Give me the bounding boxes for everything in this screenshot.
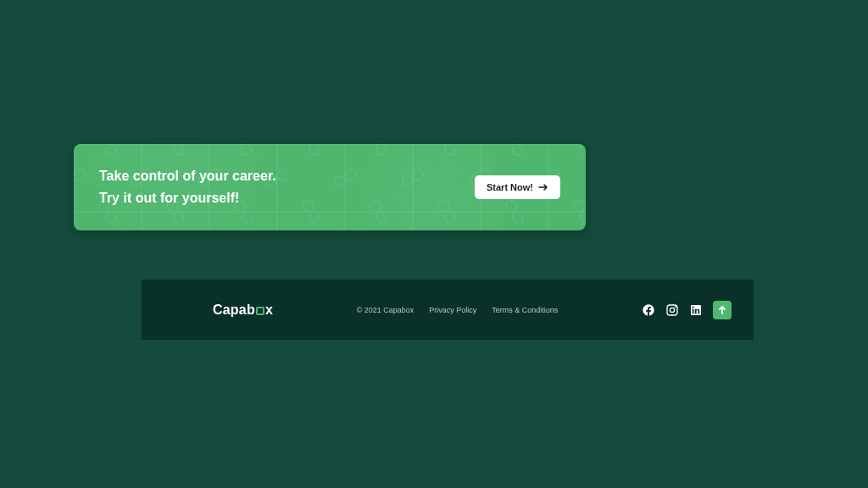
cta-headline-line1: Take control of your career.	[99, 165, 276, 187]
logo[interactable]: Capab x	[213, 302, 273, 318]
arrow-up-icon	[717, 305, 727, 315]
svg-point-2	[670, 308, 674, 312]
privacy-link[interactable]: Privacy Policy	[429, 306, 476, 314]
logo-box-icon	[256, 307, 264, 315]
cta-banner: Take control of your career. Try it out …	[74, 144, 586, 230]
logo-suffix: x	[265, 302, 273, 318]
terms-link[interactable]: Terms & Conditions	[492, 306, 558, 314]
arrow-right-icon	[538, 183, 548, 191]
footer-right	[642, 301, 732, 319]
cta-headline: Take control of your career. Try it out …	[99, 165, 276, 208]
copyright-text: © 2021 Capabox	[357, 306, 415, 314]
linkedin-icon[interactable]	[689, 303, 703, 317]
facebook-icon[interactable]	[642, 303, 655, 317]
footer-links: © 2021 Capabox Privacy Policy Terms & Co…	[357, 306, 559, 314]
instagram-icon[interactable]	[665, 303, 679, 317]
start-now-button[interactable]: Start Now!	[475, 175, 560, 199]
svg-point-3	[675, 307, 676, 308]
cta-headline-line2: Try it out for yourself!	[99, 187, 276, 209]
scroll-top-button[interactable]	[713, 301, 732, 319]
cta-button-label: Start Now!	[487, 182, 533, 192]
logo-prefix: Capab	[213, 302, 255, 318]
footer: Capab x © 2021 Capabox Privacy Policy Te…	[142, 280, 754, 340]
